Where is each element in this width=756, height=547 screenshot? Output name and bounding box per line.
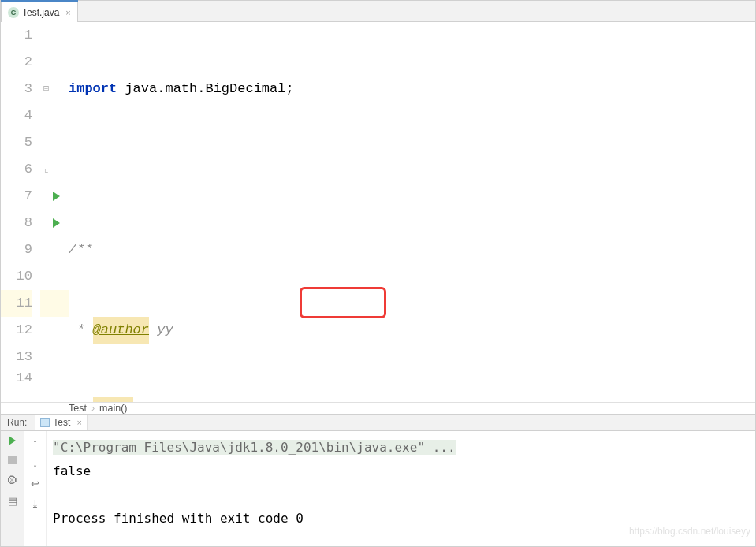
tab-filename: Test.java [22,7,59,18]
breadcrumb-method[interactable]: main() [99,403,127,414]
run-toolbar-left: ⭙ ▤ [1,431,24,546]
line-number: 11 [1,290,32,317]
editor-tab-bar: C Test.java × [1,1,755,22]
fold-end-icon[interactable]: ⌞ [43,156,49,183]
console-command-line: "C:\Program Files\Java\jdk1.8.0_201\bin\… [53,436,749,460]
java-class-icon: C [8,7,19,18]
soft-wrap-icon[interactable]: ↩ [29,477,42,489]
run-panel-header: Run: Test × [1,414,755,431]
run-config-tab[interactable]: Test × [35,415,87,430]
up-icon[interactable]: ↑ [29,436,42,448]
watermark: https://blog.csdn.net/louiseyy [629,519,750,543]
close-icon[interactable]: × [62,8,70,17]
run-config-name: Test [53,417,70,428]
line-number: 3 [1,76,32,102]
line-number: 14 [1,370,32,386]
run-toolbar-secondary: ↑ ↓ ↩ ⤓ [24,431,47,546]
chevron-right-icon: › [91,403,95,414]
instructor-highlight-box [300,287,386,318]
gutter-annotations: ⊟ ⌞ [40,22,69,402]
breadcrumb: Test › main() [1,402,755,414]
line-number: 7 [1,183,32,210]
exit-icon[interactable]: ⭙ [6,474,19,486]
javadoc-author-tag: @author [93,317,149,344]
rerun-icon[interactable] [9,436,16,445]
console-output-line: false [53,460,749,483]
line-number: 1 [1,22,32,49]
application-icon [40,418,50,427]
layout-icon[interactable]: ▤ [6,494,19,507]
stop-icon[interactable] [6,453,19,466]
fold-start-icon[interactable]: ⊟ [43,76,49,102]
run-panel: ⭙ ▤ ↑ ↓ ↩ ⤓ "C:\Program Files\Java\jdk1.… [1,431,755,546]
breadcrumb-class[interactable]: Test [69,403,87,414]
close-icon[interactable]: × [73,418,81,427]
javadoc-date-tag: @date [93,397,133,402]
code-area[interactable]: import java.math.BigDecimal; /** * @auth… [69,22,755,402]
code-line: * @author yy [69,317,755,344]
line-number: 6 [1,156,32,183]
code-line: /** [69,236,755,263]
run-line-icon[interactable] [53,192,60,201]
line-number: 5 [1,129,32,156]
line-number: 12 [1,317,32,344]
line-number: 9 [1,236,32,263]
line-number: 10 [1,263,32,290]
code-line [69,156,755,183]
line-number-gutter: 1 2 3 4 5 6 7 8 9 10 11 12 13 14 [1,22,40,402]
run-line-icon[interactable] [53,218,60,228]
code-line: import java.math.BigDecimal; [69,76,755,102]
tab-test-java[interactable]: C Test.java × [1,2,78,22]
console-output[interactable]: "C:\Program Files\Java\jdk1.8.0_201\bin\… [47,431,755,546]
line-number: 2 [1,49,32,76]
run-label: Run: [7,417,27,428]
down-icon[interactable]: ↓ [29,456,42,469]
code-line: * @date 2021/8/10 15:48 [69,397,755,402]
code-editor[interactable]: 1 2 3 4 5 6 7 8 9 10 11 12 13 14 ⊟ ⌞ [1,22,755,402]
scroll-end-icon[interactable]: ⤓ [29,497,42,510]
line-number: 8 [1,210,32,236]
line-number: 4 [1,102,32,129]
